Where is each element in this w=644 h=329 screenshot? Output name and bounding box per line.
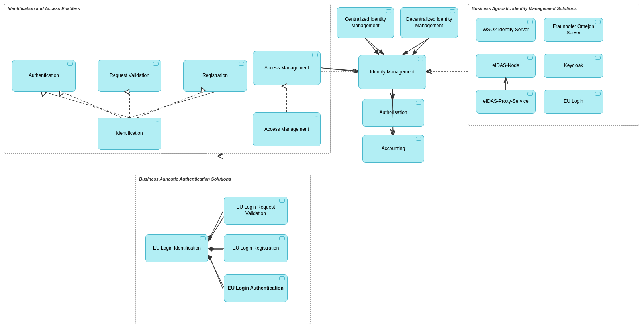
box-accounting[interactable]: Accounting [362,135,424,163]
svg-line-1 [402,38,429,55]
box-icon-eu-login-auth [279,276,285,280]
svg-line-0 [365,38,384,55]
svg-line-21 [412,38,429,55]
box-icon-auth [416,101,421,105]
box-eu-login-identification[interactable]: EU Login Identification [145,234,208,262]
box-identity-management[interactable]: Identity Management [358,55,426,89]
box-access-management-top[interactable]: Access Management [253,51,321,85]
box-icon-idmgmt [418,57,423,61]
box-icon-eidas-node [527,56,533,60]
box-eidas-node[interactable]: eIDAS-Node [476,54,536,78]
box-icon-keycloak [595,56,601,60]
box-request-validation[interactable]: Request Validation [98,60,161,92]
box-icon-am-bottom: ≡ [315,114,318,120]
box-icon-centralized [386,9,391,13]
box-eu-login-request[interactable]: EU Login Request Validation [224,197,288,225]
box-decentralized[interactable]: Decentralized Identity Management [400,7,458,38]
box-keycloak[interactable]: Keycloak [544,54,603,78]
box-icon-eu-login-request [279,199,285,203]
box-eidas-proxy[interactable]: eIDAS-Proxy-Service [476,90,536,114]
box-centralized[interactable]: Centralized Identity Management [337,7,394,38]
region-label-auth: Business Agnostic Authentication Solutio… [139,177,231,181]
box-authentication[interactable]: Authentication [12,60,76,92]
box-eu-login-registration[interactable]: EU Login Registration [224,234,288,262]
box-icon-accounting [416,137,421,141]
box-icon-eidas-proxy [527,92,533,96]
diagram-container: Identification and Access Enablers Busin… [0,0,644,329]
box-icon-decentralized [450,9,455,13]
region-label-enablers: Identification and Access Enablers [8,6,80,11]
box-icon-am-top [312,53,318,57]
box-authorisation[interactable]: Authorisation [362,99,424,127]
box-icon-authentication [67,62,73,66]
box-icon-eu-login-reg [279,236,285,240]
box-access-management-bottom[interactable]: ≡ Access Management [253,112,321,146]
box-icon-eu-login-id [200,236,206,240]
box-registration[interactable]: Registration [183,60,247,92]
box-icon-eu-login-idm [595,92,601,96]
box-icon-identification: ≡ [156,120,159,125]
box-eu-login-idm[interactable]: EU Login [544,90,603,114]
box-icon-wso2 [527,20,533,24]
box-identification[interactable]: ≡ Identification [98,118,161,150]
svg-line-23 [392,89,393,99]
box-wso2[interactable]: WSO2 Identity Server [476,18,536,42]
svg-line-20 [365,38,379,55]
box-icon-registration [239,62,244,66]
box-icon-reqval [153,62,159,66]
region-label-identity: Business Agnostic Identity Management So… [472,6,577,11]
box-eu-login-authentication[interactable]: EU Login Authentication [224,274,288,302]
box-fraunhofer[interactable]: Fraunhofer Omejdn Server [544,18,603,42]
box-icon-fraunhofer [595,20,601,24]
